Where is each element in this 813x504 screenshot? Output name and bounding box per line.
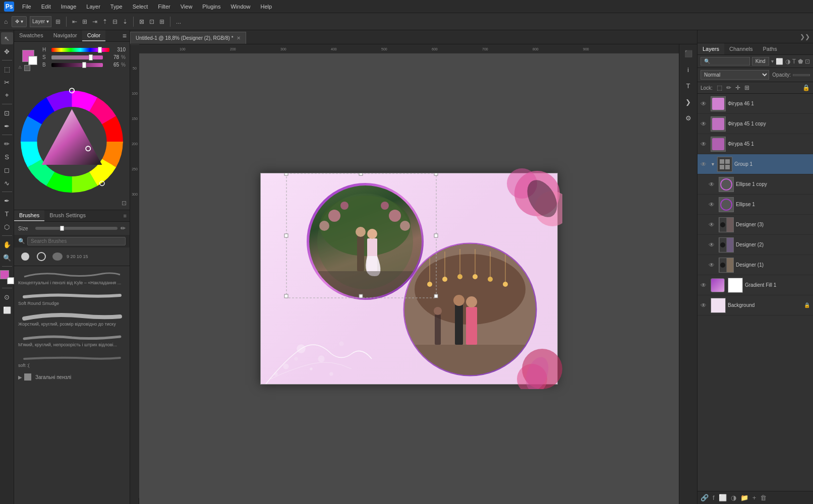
tool-hand[interactable]: ✋ (1, 238, 13, 250)
brush-item-3[interactable]: Жорсткий, круглий, розмір відповідно до … (14, 309, 130, 330)
tool-shape[interactable]: ⬡ (1, 221, 13, 233)
add-layer-icon[interactable]: + (752, 494, 757, 501)
align-right-icon[interactable]: ⇥ (91, 17, 98, 26)
canvas-tool-1[interactable]: ⬛ (681, 46, 695, 60)
vis-icon-figura-46[interactable]: 👁 (701, 100, 709, 107)
brush-edit-icon[interactable]: ✏ (121, 225, 126, 232)
collapse-right-icon[interactable]: ❯❯ (800, 33, 810, 40)
brush-search-input[interactable] (27, 237, 126, 245)
brush-size-thumb[interactable] (60, 226, 64, 231)
sat-thumb[interactable] (89, 54, 93, 60)
tool-quick-select[interactable]: ⌖ (1, 89, 13, 101)
layer-item-background[interactable]: 👁 Background 🔒 (698, 295, 813, 316)
delete-layer-icon[interactable]: 🗑 (760, 494, 767, 501)
bright-thumb[interactable] (82, 62, 86, 68)
tool-eraser[interactable]: ◻ (1, 164, 13, 176)
menu-layer[interactable]: Layer (84, 3, 102, 11)
vis-icon-ellipse1-copy[interactable]: 👁 (709, 181, 717, 188)
menu-plugins[interactable]: Plugins (200, 3, 222, 11)
layer-selector[interactable]: Layer ▾ (30, 16, 51, 27)
tool-marquee[interactable]: ⬚ (1, 63, 13, 75)
align-center-h-icon[interactable]: ⊞ (81, 17, 88, 26)
tab-navigator[interactable]: Navigator (48, 30, 82, 41)
layer-item-ellipse1[interactable]: 👁 Ellipse 1 (698, 195, 813, 215)
color-swatch-area[interactable] (0, 270, 14, 284)
filter-pixel-icon[interactable]: ⬜ (776, 58, 783, 65)
tool-mask[interactable]: ⊙ (1, 291, 13, 303)
distribute-more-icon[interactable]: ⊞ (158, 17, 165, 26)
tool-crop[interactable]: ⊡ (1, 107, 13, 119)
menu-image[interactable]: Image (59, 3, 79, 11)
align-middle-v-icon[interactable]: ⊟ (111, 17, 119, 26)
filter-text-icon[interactable]: T (792, 58, 796, 65)
layer-item-designer3[interactable]: 👁 Designer (3) (698, 215, 813, 235)
tab-brush-settings[interactable]: Brush Settings (44, 210, 91, 221)
lock-all-icon[interactable]: 🔒 (802, 84, 810, 91)
canvas-tool-arrow[interactable]: ❯ (681, 95, 695, 109)
add-link-icon[interactable]: 🔗 (701, 494, 709, 501)
tool-pen[interactable]: ✒ (1, 195, 13, 207)
tool-move[interactable]: ✥ (1, 45, 13, 57)
group-expand-icon[interactable]: ▼ (711, 162, 715, 167)
color-wheel-svg[interactable] (16, 81, 128, 202)
tab-paths[interactable]: Paths (758, 43, 782, 54)
brush-item-4[interactable]: М'який, круглий, непрозорість і штрих ві… (14, 330, 130, 351)
vis-icon-designer2[interactable]: 👁 (709, 241, 717, 248)
canvas-area[interactable] (139, 53, 679, 504)
opacity-value[interactable] (793, 74, 810, 76)
add-adjustment-icon[interactable]: ◑ (731, 494, 736, 501)
layer-item-figura-45[interactable]: 👁 Фігура 45 1 (698, 134, 813, 154)
tool-gradient[interactable]: ∿ (1, 177, 13, 189)
menu-view[interactable]: View (179, 3, 195, 11)
align-bottom-icon[interactable]: ⇣ (122, 17, 129, 26)
layer-item-group1[interactable]: 👁 ▼ Group 1 (698, 154, 813, 174)
vis-icon-designer3[interactable]: 👁 (709, 221, 717, 228)
hue-slider-track[interactable] (51, 48, 109, 52)
tool-brush[interactable]: ✏ (1, 138, 13, 150)
vis-icon-figura-45-copy[interactable]: 👁 (701, 120, 709, 128)
color-panel-menu-icon[interactable]: ≡ (123, 32, 127, 40)
canvas-tool-settings[interactable]: ⚙ (681, 111, 695, 125)
tool-eyedropper[interactable]: ✒ (1, 120, 13, 132)
grid-icon[interactable]: ⊞ (54, 17, 62, 26)
canvas-tool-type[interactable]: T (681, 79, 695, 93)
tab-color[interactable]: Color (82, 30, 105, 41)
tool-zoom[interactable]: 🔍 (1, 251, 13, 264)
document-tab-1[interactable]: Untitled-1 @ 18,8% (Designer (2), RGB/8)… (130, 32, 246, 44)
menu-help[interactable]: Help (259, 3, 274, 11)
tool-type[interactable]: T (1, 208, 13, 220)
layer-item-designer1[interactable]: 👁 Designer (1) (698, 255, 813, 275)
background-color[interactable] (7, 277, 14, 284)
color-panel-resize[interactable]: ⊡ (122, 200, 127, 207)
background-swatch[interactable] (28, 56, 37, 65)
brush-preset-3[interactable] (50, 249, 65, 264)
vis-icon-figura-45[interactable]: 👁 (701, 141, 709, 148)
tool-screen-mode[interactable]: ⬜ (1, 304, 13, 316)
add-mask-icon[interactable]: ⬜ (719, 494, 727, 501)
lock-transparency-icon[interactable]: ⬚ (717, 84, 722, 91)
align-top-icon[interactable]: ⇡ (101, 17, 108, 26)
menu-edit[interactable]: Edit (39, 3, 53, 11)
distribute-v-icon[interactable]: ⊡ (148, 17, 155, 26)
menu-window[interactable]: Window (228, 3, 252, 11)
lock-pixels-icon[interactable]: ✏ (726, 84, 731, 91)
distribute-h-icon[interactable]: ⊠ (138, 17, 145, 26)
vis-icon-designer1[interactable]: 👁 (709, 262, 717, 269)
tool-selection[interactable]: ↖ (1, 32, 13, 44)
brushes-panel-menu-icon[interactable]: ≡ (124, 213, 127, 219)
menu-select[interactable]: Select (131, 3, 150, 11)
layer-item-gradient[interactable]: 👁 Gradient Fill 1 (698, 275, 813, 295)
brightness-slider-track[interactable] (51, 63, 103, 67)
blend-mode-select[interactable]: Normal (701, 70, 769, 80)
doc-close-icon[interactable]: ✕ (237, 35, 241, 41)
brush-size-slider[interactable] (35, 227, 118, 230)
home-icon[interactable]: ⌂ (3, 17, 9, 26)
menu-filter[interactable]: Filter (156, 3, 172, 11)
tab-swatches[interactable]: Swatches (14, 30, 48, 41)
vis-icon-group1[interactable]: 👁 (701, 161, 709, 168)
kind-button[interactable]: Kind (752, 57, 769, 66)
layer-item-designer2[interactable]: 👁 Designer (2) (698, 235, 813, 255)
add-group-icon[interactable]: 📁 (740, 494, 748, 501)
layer-item-figura-46[interactable]: 👁 Фігура 46 1 (698, 94, 813, 114)
align-left-icon[interactable]: ⇤ (71, 17, 78, 26)
